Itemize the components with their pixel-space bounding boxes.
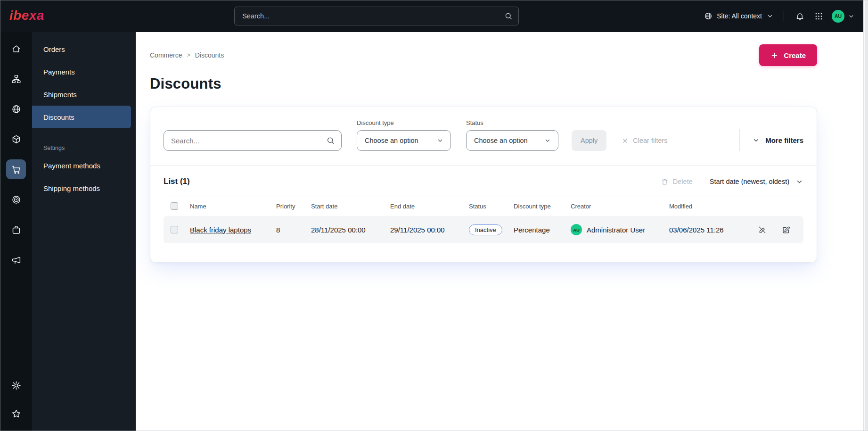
list-section: List (1) Delete Start date (newest, olde…: [150, 165, 817, 262]
delete-button-label: Delete: [673, 178, 693, 185]
globe-icon: [704, 12, 712, 20]
bell-icon: [795, 12, 804, 21]
manage-codes-button[interactable]: [756, 224, 768, 236]
topbar-right: Site: All context: [704, 10, 855, 23]
discounts-table: Name Priority Start date End date Status…: [164, 196, 803, 243]
row-actions: [752, 224, 803, 236]
row-checkbox[interactable]: [171, 226, 178, 233]
edit-button[interactable]: [780, 224, 792, 236]
menu-item-shipping-methods[interactable]: Shipping methods: [32, 177, 131, 199]
site-context-selector[interactable]: Site: All context: [704, 12, 774, 20]
discount-end-date: 29/11/2025 00:00: [390, 226, 469, 234]
nav-commerce-button[interactable]: [6, 159, 26, 179]
user-menu[interactable]: AU: [832, 10, 855, 23]
nav-campaigns-button[interactable]: [6, 250, 26, 270]
chevron-down-icon: [544, 137, 551, 144]
apply-button[interactable]: Apply: [572, 130, 606, 151]
bag-icon: [11, 225, 21, 235]
globe-icon: [11, 104, 21, 114]
status-value: Choose an option: [474, 137, 528, 144]
notifications-button[interactable]: [794, 10, 806, 22]
discount-type-select[interactable]: Choose an option: [357, 130, 451, 151]
megaphone-icon: [11, 255, 21, 265]
menu-item-payments[interactable]: Payments: [32, 60, 131, 83]
search-icon[interactable]: [504, 12, 513, 20]
list-actions: Delete Start date (newest, oldest): [658, 177, 803, 186]
chevron-down-icon: [795, 178, 803, 186]
ibexa-logo[interactable]: ibexa: [8, 7, 49, 25]
bookmarks-button[interactable]: [6, 404, 26, 423]
breadcrumb-commerce[interactable]: Commerce: [150, 51, 182, 59]
topbar-divider: [784, 10, 784, 22]
search-icon[interactable]: [326, 136, 335, 145]
icon-rail: [0, 32, 32, 431]
box-icon: [11, 134, 21, 144]
site-context-label: Site: All context: [717, 12, 762, 20]
menu-item-orders[interactable]: Orders: [32, 38, 131, 60]
chevron-down-icon: [766, 12, 774, 20]
sort-dropdown-label: Start date (newest, oldest): [710, 178, 789, 185]
topbar-center: [49, 7, 704, 25]
modified-cell: 03/06/2025 11:26: [669, 226, 752, 234]
chevron-down-icon: [848, 13, 855, 20]
scrollbar-thumb[interactable]: [865, 1, 867, 430]
nav-workspace-button[interactable]: [6, 220, 26, 240]
column-header-creator: Creator: [571, 203, 669, 210]
page-scrollbar[interactable]: [863, 0, 868, 431]
edit-icon: [782, 225, 791, 234]
breadcrumb-discounts[interactable]: Discounts: [195, 51, 224, 59]
column-header-modified: Modified: [669, 203, 803, 210]
column-header-start-date: Start date: [311, 203, 390, 210]
nav-personalization-button[interactable]: [6, 190, 26, 209]
app-window: ibexa Site: All context: [0, 0, 868, 431]
chevron-down-icon: [436, 137, 444, 144]
select-all-checkbox[interactable]: [171, 202, 178, 210]
more-filters-toggle[interactable]: More filters: [739, 129, 803, 151]
discount-priority: 8: [276, 226, 311, 234]
list-header: List (1) Delete Start date (newest, olde…: [164, 177, 803, 186]
creator-name: Administrator User: [587, 226, 645, 234]
app-body: Orders Payments Shipments Discounts Sett…: [0, 32, 868, 431]
target-icon: [11, 195, 21, 205]
sort-dropdown[interactable]: Start date (newest, oldest): [710, 178, 803, 186]
admin-settings-button[interactable]: [6, 375, 26, 395]
cart-icon: [11, 165, 21, 174]
main-content: Commerce > Discounts Create Discounts: [136, 32, 868, 431]
discount-type-cell: Percentage: [514, 226, 571, 234]
filter-search-input[interactable]: [164, 130, 342, 151]
breadcrumb-separator: >: [187, 52, 190, 58]
delete-button[interactable]: Delete: [658, 177, 696, 186]
clear-filters-label: Clear filters: [633, 137, 667, 144]
discount-start-date: 28/11/2025 00:00: [311, 226, 390, 234]
discount-name-link[interactable]: Black friday laptops: [190, 226, 251, 234]
global-search-input[interactable]: [234, 7, 519, 25]
nav-content-button[interactable]: [6, 69, 26, 89]
nav-site-button[interactable]: [6, 99, 26, 119]
apps-grid-button[interactable]: [813, 10, 825, 22]
main-top: Commerce > Discounts Create: [150, 44, 817, 66]
table-row: Black friday laptops 8 28/11/2025 00:00 …: [164, 216, 803, 243]
creator-avatar: AU: [571, 224, 582, 235]
plus-icon: [770, 51, 778, 59]
breadcrumb: Commerce > Discounts: [150, 51, 224, 59]
nav-home-button[interactable]: [6, 39, 26, 58]
global-search: [234, 7, 519, 25]
menu-item-payment-methods[interactable]: Payment methods: [32, 154, 131, 177]
menu-item-discounts[interactable]: Discounts: [32, 106, 131, 128]
create-button[interactable]: Create: [759, 44, 817, 66]
column-header-status: Status: [469, 203, 514, 210]
column-header-discount-type: Discount type: [514, 203, 571, 210]
clear-filters-button[interactable]: Clear filters: [619, 130, 670, 151]
status-select[interactable]: Choose an option: [466, 130, 558, 151]
chevron-down-icon: [752, 136, 760, 144]
topbar: ibexa Site: All context: [0, 0, 868, 32]
list-title: List (1): [164, 177, 190, 186]
menu-item-shipments[interactable]: Shipments: [32, 83, 131, 106]
grid-icon: [814, 12, 823, 21]
menu-section-settings: Settings: [43, 137, 124, 151]
home-icon: [11, 44, 21, 54]
status-label: Status: [466, 119, 558, 126]
page-title: Discounts: [150, 75, 817, 92]
table-header-row: Name Priority Start date End date Status…: [164, 196, 803, 215]
nav-products-button[interactable]: [6, 129, 26, 149]
